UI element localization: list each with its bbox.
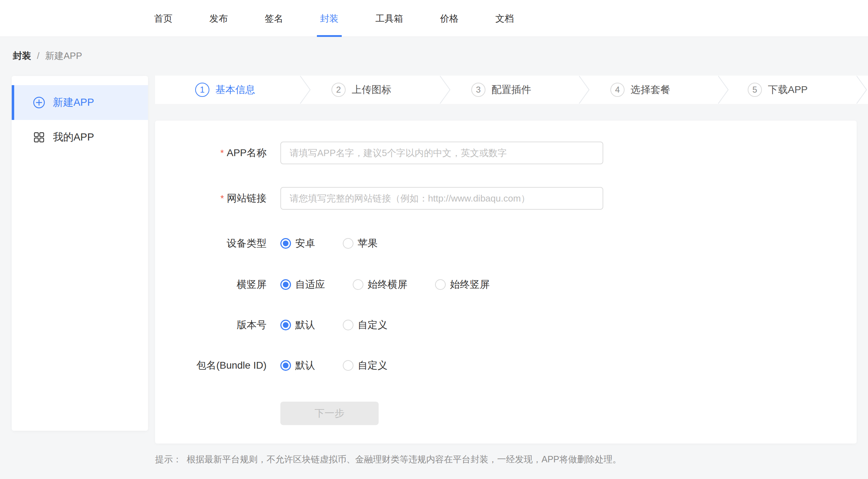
main-nav: 首页 发布 签名 封装 工具箱 价格 文档 [154,0,514,37]
app-name-label: *APP名称 [155,146,267,160]
form-row-site-url: *网站链接 [155,187,603,210]
nav-item-docs[interactable]: 文档 [495,0,514,37]
sidebar-item-label: 我的APP [53,130,94,144]
wizard-stepper: 1 基本信息 2 上传图标 3 配置插件 4 选择套餐 5 下载APP [155,76,868,104]
radio-bundle-default[interactable]: 默认 [280,359,315,372]
breadcrumb: 封装 / 新建APP [13,50,82,62]
step-number: 3 [471,83,485,97]
sidebar-item-my-apps[interactable]: 我的APP [12,120,148,155]
device-type-radio-group: 安卓 苹果 [280,237,405,250]
orientation-label: 横竖屏 [155,278,267,291]
radio-icon [353,279,363,290]
radio-icon [343,320,353,330]
breadcrumb-current: 新建APP [45,50,82,62]
grid-icon [33,131,45,143]
orientation-radio-group: 自适应 始终横屏 始终竖屏 [280,278,517,291]
nav-item-toolbox[interactable]: 工具箱 [375,0,403,37]
step-label: 选择套餐 [631,83,670,97]
step-label: 配置插件 [491,83,531,97]
form-row-app-name: *APP名称 [155,142,603,164]
device-type-label: 设备类型 [155,237,267,250]
form-row-orientation: 横竖屏 自适应 始终横屏 始终竖屏 [155,277,517,292]
sidebar-item-new-app[interactable]: 新建APP [12,85,148,120]
version-label: 版本号 [155,318,267,332]
active-indicator-bar [12,85,14,120]
step-number: 4 [610,83,625,97]
app-packaging-page: 首页 发布 签名 封装 工具箱 价格 文档 封装 / 新建APP 新建APP [0,0,868,479]
top-header: 首页 发布 签名 封装 工具箱 价格 文档 [0,0,868,37]
step-label: 上传图标 [352,83,391,97]
sidebar: 新建APP 我的APP [12,76,148,431]
tip-label: 提示： [155,453,182,465]
tip-text: 根据最新平台规则，不允许区块链虚拟币、金融理财类等违规内容在平台封装，一经发现，… [187,453,621,465]
radio-version-custom[interactable]: 自定义 [343,318,388,332]
form-row-device-type: 设备类型 安卓 苹果 [155,236,405,250]
step-upload-icon: 2 上传图标 [331,76,391,104]
required-asterisk: * [220,193,224,204]
radio-adaptive[interactable]: 自适应 [280,278,325,291]
step-download-app: 5 下载APP [748,76,808,104]
form-row-version: 版本号 默认 自定义 [155,318,415,332]
nav-item-signature[interactable]: 签名 [265,0,283,37]
bundle-id-label: 包名(Bundle ID) [155,359,267,372]
nav-item-home[interactable]: 首页 [154,0,172,37]
step-label: 下载APP [768,83,808,97]
platform-rule-tip: 提示： 根据最新平台规则，不允许区块链虚拟币、金融理财类等违规内容在平台封装，一… [155,453,621,465]
app-name-input[interactable] [280,142,603,164]
radio-icon [435,279,446,290]
sidebar-item-label: 新建APP [53,95,94,110]
site-url-label: *网站链接 [155,192,267,205]
next-step-button[interactable]: 下一步 [280,402,379,425]
step-configure-plugins: 3 配置插件 [471,76,531,104]
plus-circle-icon [33,97,45,109]
breadcrumb-separator: / [37,50,39,61]
step-number: 2 [331,83,346,97]
nav-item-publish[interactable]: 发布 [209,0,228,37]
radio-always-landscape[interactable]: 始终横屏 [353,278,407,291]
nav-item-price[interactable]: 价格 [440,0,458,37]
site-url-input[interactable] [280,187,603,210]
bundle-id-radio-group: 默认 自定义 [280,359,415,372]
radio-ios[interactable]: 苹果 [343,237,378,250]
version-radio-group: 默认 自定义 [280,318,415,332]
radio-icon [280,320,291,330]
radio-android[interactable]: 安卓 [280,237,315,250]
step-select-plan: 4 选择套餐 [610,76,670,104]
form-row-bundle-id: 包名(Bundle ID) 默认 自定义 [155,358,415,373]
radio-version-default[interactable]: 默认 [280,318,315,332]
radio-bundle-custom[interactable]: 自定义 [343,359,388,372]
step-label: 基本信息 [215,83,255,97]
radio-icon [343,238,353,249]
basic-info-form: *APP名称 *网站链接 设备类型 安卓 [155,121,857,444]
nav-item-package[interactable]: 封装 [320,0,339,37]
radio-icon [343,360,353,371]
radio-icon [280,360,291,371]
radio-icon [280,238,291,249]
radio-always-portrait[interactable]: 始终竖屏 [435,278,490,291]
required-asterisk: * [220,148,224,158]
step-number: 1 [195,83,209,97]
step-number: 5 [748,83,762,97]
radio-icon [280,279,291,290]
breadcrumb-section[interactable]: 封装 [13,50,31,62]
step-basic-info: 1 基本信息 [195,76,255,104]
